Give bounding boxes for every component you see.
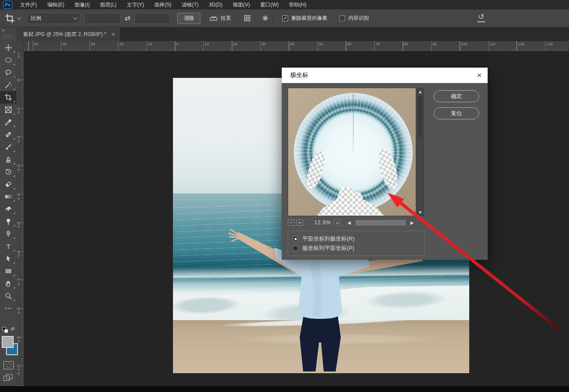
pen-tool[interactable] <box>0 228 16 240</box>
smudge-tool[interactable] <box>0 203 16 215</box>
eraser-tool[interactable] <box>0 178 16 190</box>
h-ruler-label-50: 50 <box>319 42 323 46</box>
reset-button[interactable]: 复位 <box>434 107 479 119</box>
path-selection-tool[interactable] <box>0 252 16 265</box>
scrollbar-thumb[interactable] <box>418 96 423 137</box>
crop-settings-gear-icon[interactable] <box>262 15 269 22</box>
straighten-label[interactable]: 拉直 <box>220 15 231 22</box>
menu-item-5[interactable]: 选择(S) <box>149 0 176 9</box>
h-ruler-label-20: 20 <box>119 42 124 46</box>
zoom-dropdown[interactable] <box>334 219 341 226</box>
default-colors-group[interactable]: ⇄ <box>2 326 15 334</box>
menu-item-8[interactable]: 视图(V) <box>228 0 255 9</box>
foreground-color-swatch[interactable] <box>2 336 14 348</box>
tab-close-icon[interactable]: × <box>111 31 115 38</box>
straighten-icon[interactable] <box>209 14 218 23</box>
content-aware-checkbox[interactable] <box>339 15 345 21</box>
spot-healing-brush-tool[interactable] <box>0 128 16 141</box>
scroll-left-icon[interactable]: ◄ <box>346 220 352 226</box>
toolbar-grip[interactable] <box>3 35 13 39</box>
gradient-tool[interactable] <box>0 190 16 203</box>
menu-item-10[interactable]: 帮助(H) <box>284 0 312 9</box>
vertical-ruler[interactable]: 1 001 02 03 04 05 06 07 08 09 01 0 0 <box>16 51 24 386</box>
scroll-right-icon[interactable]: ► <box>409 220 415 226</box>
edit-toolbar-ellipsis[interactable] <box>0 302 16 315</box>
screen-mode-button[interactable] <box>3 374 14 382</box>
brush-tool[interactable] <box>0 141 16 153</box>
reset-tool-icon[interactable]: ↺ <box>477 13 485 22</box>
ruler-origin-corner[interactable] <box>16 41 24 51</box>
menu-item-2[interactable]: 图像(I) <box>69 0 95 9</box>
hand-tool[interactable] <box>0 277 16 290</box>
menu-item-0[interactable]: 文件(F) <box>15 0 42 9</box>
menu-item-6[interactable]: 滤镜(T) <box>176 0 203 9</box>
elliptical-marquee-tool[interactable] <box>0 54 16 66</box>
overlay-options-icon[interactable] <box>244 15 250 21</box>
delete-cropped-pixels-option[interactable]: ✓ 删除裁剪的像素 <box>282 15 327 22</box>
zoom-tool[interactable] <box>0 290 16 302</box>
quick-mask-button[interactable] <box>3 361 14 369</box>
photoshop-logo: Ps <box>3 1 12 9</box>
chevron-down-icon <box>336 220 339 224</box>
h-ruler-label-120: 120 <box>518 42 524 46</box>
crop-tool-preset-icon[interactable] <box>4 13 15 24</box>
clone-stamp-tool[interactable] <box>0 153 16 166</box>
chevron-down-icon <box>73 15 77 20</box>
window-bottom-strip <box>0 386 569 392</box>
polar-coordinates-dialog: 极坐标 × ▲ ▼ − + 12.5% ◄ ► 平面坐标到极坐标(R)极坐标到平… <box>282 68 488 260</box>
swap-dimensions-icon[interactable]: ⇄ <box>125 14 130 22</box>
h-ruler-label-60: 60 <box>347 42 352 46</box>
content-aware-option[interactable]: 内容识别 <box>339 15 369 22</box>
h-ruler-label-110: 110 <box>489 42 495 46</box>
menu-item-9[interactable]: 窗口(W) <box>255 0 284 9</box>
v-ruler-label-90: 9 0 <box>18 336 20 343</box>
filter-preview[interactable] <box>288 88 416 216</box>
menu-item-1[interactable]: 编辑(E) <box>42 0 69 9</box>
ok-button[interactable]: 确定 <box>434 90 479 102</box>
history-brush-tool[interactable] <box>0 166 16 178</box>
v-ruler-label-100: 1 0 0 <box>18 365 20 376</box>
swap-colors-icon[interactable]: ⇄ <box>11 326 15 332</box>
dodge-tool[interactable] <box>0 215 16 228</box>
h-ruler-label-10: 10 <box>148 42 152 46</box>
document-tab-bar: 素材.JPG @ 25% (图层 2, RGB/8*) * × <box>16 27 569 41</box>
delete-cropped-pixels-checkbox[interactable]: ✓ <box>282 15 288 21</box>
preview-horizontal-scrollbar[interactable] <box>355 220 406 226</box>
menu-item-3[interactable]: 图层(L) <box>95 0 122 9</box>
radio-unselected-icon[interactable] <box>292 245 298 251</box>
zoom-in-button[interactable]: + <box>296 220 303 226</box>
crop-tool[interactable] <box>0 91 16 104</box>
crop-ratio-dropdown[interactable]: 比例 <box>27 13 80 24</box>
quick-selection-tool[interactable] <box>0 79 16 91</box>
dialog-title-bar[interactable]: 极坐标 × <box>282 68 488 83</box>
move-tool[interactable] <box>0 42 16 54</box>
h-ruler-label-40: 40 <box>63 42 67 46</box>
clear-button[interactable]: 清除 <box>177 13 200 24</box>
frame-tool[interactable] <box>0 104 16 116</box>
preview-vertical-scrollbar[interactable]: ▲ ▼ <box>417 88 424 216</box>
menu-bar: Ps 文件(F)编辑(E)图像(I)图层(L)文字(Y)选择(S)滤镜(T)3D… <box>0 0 569 9</box>
type-tool[interactable]: T <box>0 240 16 252</box>
scroll-up-icon[interactable]: ▲ <box>417 89 423 95</box>
zoom-out-button[interactable]: − <box>288 220 295 226</box>
document-tab[interactable]: 素材.JPG @ 25% (图层 2, RGB/8*) * × <box>16 27 120 41</box>
rectangle-tool[interactable] <box>0 265 16 277</box>
lasso-tool[interactable] <box>0 66 16 79</box>
scroll-down-icon[interactable]: ▼ <box>417 209 423 215</box>
radio-option-1[interactable]: 极坐标到平面坐标(P) <box>292 244 420 253</box>
radio-selected-icon[interactable] <box>292 236 298 242</box>
radio-option-0[interactable]: 平面坐标到极坐标(R) <box>292 234 420 244</box>
menu-item-4[interactable]: 文字(Y) <box>122 0 149 9</box>
separator <box>272 13 273 24</box>
quick-mask-icon <box>6 363 11 368</box>
crop-height-field[interactable] <box>134 13 170 24</box>
chevron-down-icon[interactable] <box>17 15 21 20</box>
horizontal-ruler[interactable]: 5040302010010203040506070809010011012013… <box>24 41 569 51</box>
eyedropper-tool[interactable] <box>0 116 16 128</box>
menu-item-7[interactable]: 3D(D) <box>204 0 228 9</box>
dialog-close-icon[interactable]: × <box>477 71 482 80</box>
crop-width-field[interactable] <box>84 13 120 24</box>
v-ruler-label-40: 4 0 <box>18 193 20 200</box>
toolbar-collapse-icon[interactable]: » <box>0 27 16 33</box>
radio-label: 极坐标到平面坐标(P) <box>302 244 354 252</box>
